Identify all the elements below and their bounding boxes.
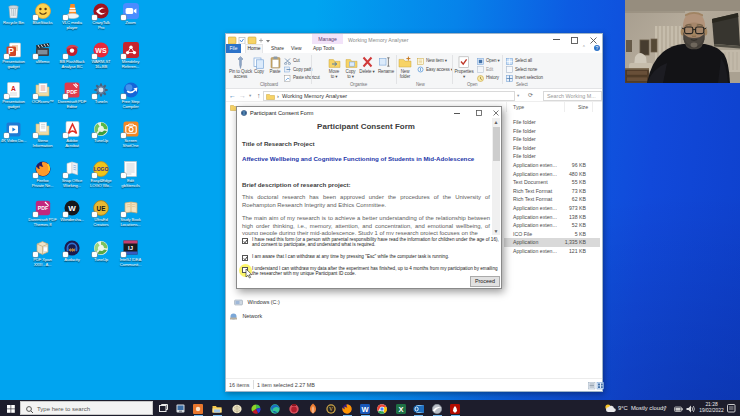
svg-text:LOGO: LOGO	[94, 166, 109, 172]
svg-text:A: A	[11, 84, 16, 91]
svg-text:IJ: IJ	[128, 245, 133, 251]
svg-text:W: W	[361, 404, 369, 413]
svg-text:X: X	[398, 404, 403, 413]
svg-text:UE: UE	[97, 205, 107, 212]
svg-text:PDF: PDF	[67, 88, 78, 94]
svg-text:W: W	[68, 204, 76, 213]
svg-text:V: V	[329, 406, 333, 412]
svg-text:P: P	[8, 46, 14, 56]
svg-text:WS: WS	[95, 47, 107, 54]
svg-text:PDF: PDF	[37, 205, 47, 211]
